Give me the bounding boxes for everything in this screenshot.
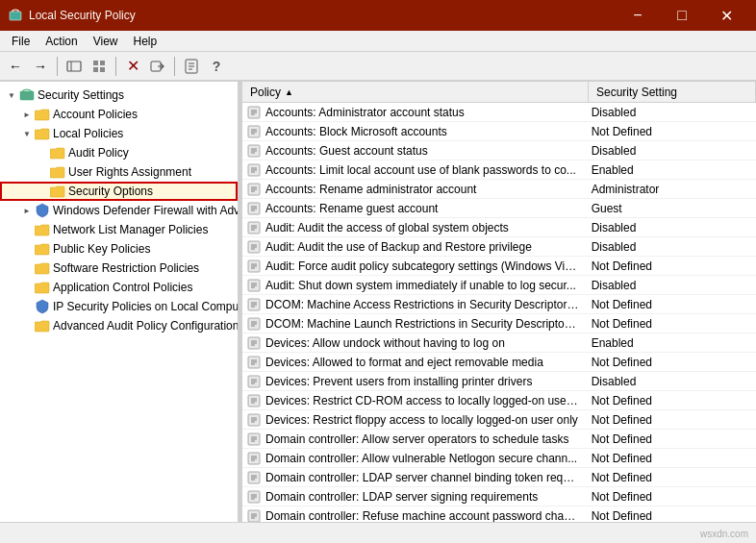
- policy-name: Devices: Restrict CD-ROM access to local…: [262, 394, 584, 407]
- expand-btn-windows-firewall[interactable]: ►: [19, 203, 35, 218]
- maximize-button[interactable]: □: [660, 0, 704, 31]
- app-icon: [8, 8, 23, 23]
- forward-button[interactable]: →: [29, 55, 52, 78]
- list-item[interactable]: Domain controller: LDAP server signing r…: [242, 487, 756, 506]
- tree-node-windows-firewall[interactable]: ►Windows Defender Firewall with Adva...: [0, 201, 238, 220]
- list-item[interactable]: Accounts: Administrator account statusDi…: [242, 103, 756, 122]
- policy-icon: [242, 449, 262, 468]
- list-header: Policy ▲ Security Setting: [242, 82, 756, 103]
- folder-icon-security-options: [50, 184, 65, 199]
- policy-setting: Not Defined: [584, 298, 756, 311]
- list-item[interactable]: Domain controller: Allow vulnerable Netl…: [242, 449, 756, 468]
- list-item[interactable]: Audit: Audit the use of Backup and Resto…: [242, 237, 756, 257]
- policy-icon: [242, 160, 262, 180]
- folder-icon-advanced-audit: [35, 318, 50, 333]
- policy-icon: [242, 353, 262, 372]
- tree-node-user-rights[interactable]: User Rights Assignment: [0, 162, 238, 182]
- tree-label-account-policies: Account Policies: [53, 108, 138, 121]
- svg-rect-0: [10, 12, 21, 20]
- policy-name: Domain controller: LDAP server signing r…: [262, 490, 584, 504]
- list-item[interactable]: Audit: Audit the access of global system…: [242, 218, 756, 237]
- tree-node-application-control[interactable]: Application Control Policies: [0, 278, 238, 297]
- tree-node-local-policies[interactable]: ▼Local Policies: [0, 124, 238, 143]
- window-controls: − □ ✕: [616, 0, 748, 31]
- policy-setting: Disabled: [584, 375, 756, 388]
- list-item[interactable]: DCOM: Machine Access Restrictions in Sec…: [242, 295, 756, 314]
- tree-label-security-options: Security Options: [68, 185, 153, 198]
- policy-icon: [242, 391, 262, 410]
- expand-btn-account-policies[interactable]: ►: [19, 107, 35, 122]
- tree-label-advanced-audit: Advanced Audit Policy Configuration: [53, 319, 239, 333]
- policy-setting: Not Defined: [584, 356, 756, 369]
- list-item[interactable]: Devices: Restrict floppy access to local…: [242, 410, 756, 430]
- content-pane[interactable]: Policy ▲ Security Setting Accounts: Admi…: [242, 82, 756, 522]
- close-button[interactable]: ✕: [704, 0, 748, 31]
- tree-node-security-options[interactable]: Security Options: [0, 182, 238, 201]
- list-item[interactable]: Accounts: Limit local account use of bla…: [242, 160, 756, 180]
- policy-setting: Enabled: [584, 163, 756, 177]
- list-item[interactable]: Accounts: Block Microsoft accountsNot De…: [242, 122, 756, 141]
- toolbar: ← → ✕ ?: [0, 52, 756, 81]
- expand-btn-security-settings[interactable]: ▼: [4, 87, 19, 103]
- column-header-setting[interactable]: Security Setting: [589, 82, 756, 102]
- back-button[interactable]: ←: [4, 55, 27, 78]
- policy-name: Audit: Shut down system immediately if u…: [262, 279, 584, 292]
- toolbar-separator-3: [174, 57, 175, 76]
- view-button[interactable]: [88, 55, 111, 78]
- folder-icon-application-control: [35, 280, 50, 295]
- policy-icon: [242, 103, 262, 122]
- tree-label-software-restriction: Software Restriction Policies: [53, 261, 199, 275]
- policy-name: Accounts: Guest account status: [262, 144, 584, 158]
- policy-setting: Disabled: [584, 221, 756, 234]
- menu-view[interactable]: View: [86, 31, 126, 51]
- list-item[interactable]: Accounts: Rename administrator accountAd…: [242, 180, 756, 199]
- policy-name: Audit: Audit the use of Backup and Resto…: [262, 240, 584, 254]
- menu-action[interactable]: Action: [38, 31, 85, 51]
- tree-node-network-list[interactable]: Network List Manager Policies: [0, 220, 238, 239]
- list-item[interactable]: Domain controller: Allow server operator…: [242, 430, 756, 449]
- folder-icon-public-key: [35, 241, 50, 257]
- title-bar: Local Security Policy − □ ✕: [0, 0, 756, 31]
- tree-node-audit-policy[interactable]: Audit Policy: [0, 143, 238, 162]
- minimize-button[interactable]: −: [616, 0, 660, 31]
- list-item[interactable]: Accounts: Rename guest accountGuest: [242, 199, 756, 218]
- policy-setting: Administrator: [584, 183, 756, 196]
- policy-setting: Not Defined: [584, 413, 756, 427]
- list-item[interactable]: Devices: Allow undock without having to …: [242, 333, 756, 353]
- list-item[interactable]: Audit: Shut down system immediately if u…: [242, 276, 756, 295]
- policy-icon: [242, 141, 262, 160]
- expand-btn-local-policies[interactable]: ▼: [19, 126, 35, 141]
- tree-node-account-policies[interactable]: ►Account Policies: [0, 105, 238, 124]
- tree-label-local-policies: Local Policies: [53, 127, 123, 140]
- delete-button[interactable]: ✕: [121, 55, 144, 78]
- policy-name: Accounts: Administrator account status: [262, 106, 584, 119]
- svg-rect-3: [93, 61, 98, 65]
- tree-node-advanced-audit[interactable]: Advanced Audit Policy Configuration: [0, 316, 238, 335]
- list-item[interactable]: Devices: Restrict CD-ROM access to local…: [242, 391, 756, 410]
- list-item[interactable]: DCOM: Machine Launch Restrictions in Sec…: [242, 314, 756, 333]
- tree-node-security-settings[interactable]: ▼Security Settings: [0, 86, 238, 105]
- list-item[interactable]: Domain controller: Refuse machine accoun…: [242, 506, 756, 522]
- tree-node-public-key[interactable]: Public Key Policies: [0, 239, 238, 259]
- properties-button[interactable]: [180, 55, 203, 78]
- policy-name: Domain controller: Refuse machine accoun…: [262, 509, 584, 523]
- policy-name: Accounts: Limit local account use of bla…: [262, 163, 584, 177]
- help-button[interactable]: ?: [205, 55, 228, 78]
- list-item[interactable]: Devices: Prevent users from installing p…: [242, 372, 756, 391]
- policy-icon: [242, 237, 262, 257]
- export-button[interactable]: [146, 55, 169, 78]
- tree-node-ip-security[interactable]: IP Security Policies on Local Compute...: [0, 297, 238, 316]
- list-item[interactable]: Audit: Force audit policy subcategory se…: [242, 257, 756, 276]
- menu-help[interactable]: Help: [126, 31, 165, 51]
- policy-icon: [242, 506, 262, 523]
- tree-label-user-rights: User Rights Assignment: [68, 165, 191, 179]
- tree-pane[interactable]: ▼Security Settings►Account Policies▼Loca…: [0, 82, 239, 522]
- watermark: wsxdn.com: [700, 529, 748, 539]
- column-header-policy[interactable]: Policy ▲: [242, 82, 589, 102]
- tree-node-software-restriction[interactable]: Software Restriction Policies: [0, 259, 238, 278]
- menu-file[interactable]: File: [4, 31, 38, 51]
- list-item[interactable]: Accounts: Guest account statusDisabled: [242, 141, 756, 160]
- list-item[interactable]: Domain controller: LDAP server channel b…: [242, 468, 756, 487]
- list-item[interactable]: Devices: Allowed to format and eject rem…: [242, 353, 756, 372]
- show-hide-button[interactable]: [63, 55, 86, 78]
